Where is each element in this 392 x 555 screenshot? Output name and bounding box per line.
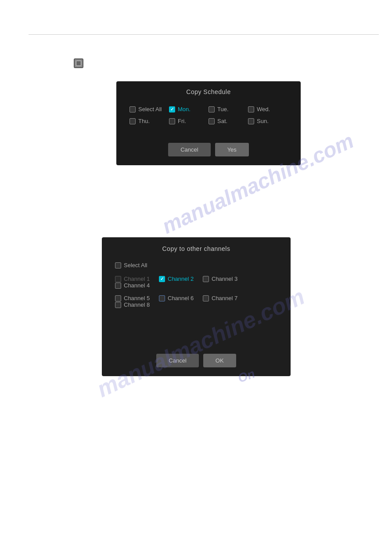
channels-select-all[interactable]: Select All	[115, 262, 159, 268]
copy-schedule-body: Select All Mon. Tue. Wed.	[116, 102, 301, 138]
checkbox-ch1[interactable]: Channel 1	[115, 276, 159, 282]
checkbox-select-all-label: Select All	[138, 106, 162, 112]
checkbox-tue[interactable]: Tue.	[209, 106, 248, 112]
checkbox-ch8[interactable]: Channel 8	[115, 301, 159, 308]
channels-select-all-label: Select All	[124, 262, 147, 268]
checkbox-ch8-box[interactable]	[115, 302, 121, 308]
checkbox-sun-label: Sun.	[257, 118, 269, 124]
checkbox-sat-label: Sat.	[217, 118, 227, 124]
copy-channels-buttons: Cancel OK	[102, 349, 291, 376]
copy-schedule-cancel-button[interactable]: Cancel	[168, 143, 210, 156]
checkbox-ch2[interactable]: Channel 2	[159, 276, 203, 282]
checkbox-sat[interactable]: Sat.	[209, 118, 248, 124]
checkbox-thu[interactable]: Thu.	[129, 118, 169, 124]
checkbox-tue-label: Tue.	[217, 106, 229, 112]
channels-row-2: Channel 5 Channel 6 Channel 7 Channel 8	[115, 295, 277, 308]
channels-select-all-row: Select All	[115, 262, 277, 268]
page: Copy Schedule Select All Mon. Tue.	[0, 0, 392, 555]
copy-channels-body: Select All Channel 1 Channel 2 Channel 3	[102, 258, 291, 323]
checkbox-sun[interactable]: Sun.	[248, 118, 288, 124]
copy-schedule-title: Copy Schedule	[116, 81, 301, 102]
checkbox-ch7[interactable]: Channel 7	[203, 295, 247, 301]
days-row-2: Thu. Fri. Sat. Sun.	[129, 118, 288, 124]
checkbox-ch3[interactable]: Channel 3	[203, 276, 247, 282]
checkbox-ch5-box[interactable]	[115, 295, 121, 301]
checkbox-tue-box[interactable]	[209, 106, 215, 112]
copy-schedule-yes-button[interactable]: Yes	[215, 143, 249, 156]
copy-channels-title: Copy to other channels	[102, 237, 291, 258]
checkbox-fri-box[interactable]	[169, 118, 175, 124]
channels-row-1: Channel 1 Channel 2 Channel 3 Channel 4	[115, 276, 277, 289]
checkbox-thu-box[interactable]	[129, 118, 136, 124]
checkbox-select-all[interactable]: Select All	[129, 106, 169, 112]
checkbox-ch3-box[interactable]	[203, 276, 209, 282]
checkbox-ch4-label: Channel 4	[124, 282, 150, 289]
copy-channels-ok-button[interactable]: OK	[203, 354, 236, 367]
checkbox-sun-box[interactable]	[248, 118, 254, 124]
checkbox-ch3-label: Channel 3	[212, 276, 237, 282]
checkbox-thu-label: Thu.	[138, 118, 150, 124]
checkbox-ch6-label: Channel 6	[168, 295, 194, 301]
top-divider	[29, 34, 379, 35]
channels-select-all-box[interactable]	[115, 262, 121, 268]
checkbox-select-all-box[interactable]	[129, 106, 136, 112]
checkbox-ch2-box[interactable]	[159, 276, 165, 282]
copy-schedule-buttons: Cancel Yes	[116, 138, 301, 165]
checkbox-ch1-box[interactable]	[115, 276, 121, 282]
checkbox-mon[interactable]: Mon.	[169, 106, 209, 112]
checkbox-mon-box[interactable]	[169, 106, 175, 112]
checkbox-wed-box[interactable]	[248, 106, 254, 112]
checkbox-ch4-box[interactable]	[115, 283, 121, 289]
checkbox-ch4[interactable]: Channel 4	[115, 282, 159, 289]
checkbox-ch7-box[interactable]	[203, 295, 209, 301]
checkbox-wed-label: Wed.	[257, 106, 270, 112]
copy-channels-cancel-button[interactable]: Cancel	[156, 354, 198, 367]
checkbox-mon-label: Mon.	[178, 106, 191, 112]
checkbox-fri[interactable]: Fri.	[169, 118, 209, 124]
days-row-1: Select All Mon. Tue. Wed.	[129, 106, 288, 112]
checkbox-ch6-box[interactable]	[159, 295, 165, 301]
checkbox-sat-box[interactable]	[209, 118, 215, 124]
copy-channels-dialog: Copy to other channels Select All Channe…	[102, 237, 291, 376]
checkbox-ch5[interactable]: Channel 5	[115, 295, 159, 301]
checkbox-ch5-label: Channel 5	[124, 295, 150, 301]
checkbox-ch7-label: Channel 7	[212, 295, 237, 301]
checkbox-ch8-label: Channel 8	[124, 301, 150, 308]
checkbox-ch6[interactable]: Channel 6	[159, 295, 203, 301]
checkbox-wed[interactable]: Wed.	[248, 106, 288, 112]
checkbox-ch2-label: Channel 2	[168, 276, 194, 282]
copy-schedule-icon	[74, 58, 83, 68]
checkbox-fri-label: Fri.	[178, 118, 186, 124]
copy-schedule-dialog: Copy Schedule Select All Mon. Tue.	[116, 81, 301, 165]
icon-inner	[76, 61, 81, 66]
checkbox-ch1-label: Channel 1	[124, 276, 150, 282]
